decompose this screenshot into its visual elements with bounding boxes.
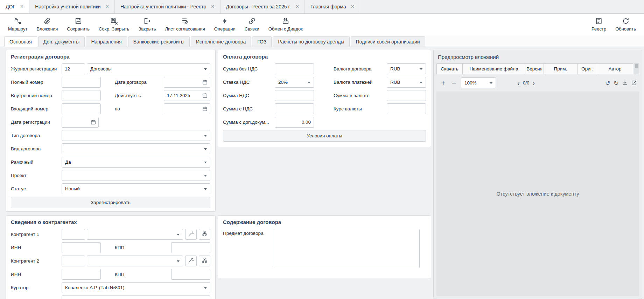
vat-rate-select[interactable]: 20% (275, 77, 314, 88)
journal-number-input[interactable] (62, 63, 85, 74)
close-icon[interactable]: × (296, 4, 299, 9)
curator-select[interactable]: Коваленко А.Р. (Таб.№801) (62, 282, 210, 293)
diadoc-exchange-button[interactable]: Обмен с Диадок (264, 14, 307, 35)
zoom-out-button[interactable]: − (450, 80, 458, 87)
counterparty2-kpp-input[interactable] (171, 269, 210, 280)
valid-from-input[interactable] (167, 93, 202, 98)
vat-sum-input[interactable] (275, 90, 314, 101)
column-original[interactable]: Ориг. (578, 63, 597, 74)
full-number-input[interactable] (62, 77, 101, 88)
project-select[interactable] (62, 170, 210, 181)
currency-rate-input[interactable] (387, 103, 426, 114)
attachments-button[interactable]: Вложения (32, 14, 62, 35)
register-button[interactable]: Зарегистрировать (11, 197, 210, 208)
calendar-icon[interactable] (202, 106, 208, 111)
open-external-icon[interactable] (631, 80, 637, 86)
window-tab-accounting-policy[interactable]: Настройка учетной политики × (29, 0, 115, 13)
tab-goz[interactable]: ГОЗ (252, 36, 272, 47)
close-icon[interactable]: × (106, 4, 109, 9)
tab-lease-calculations[interactable]: Расчеты по договору аренды (273, 36, 349, 47)
valid-to-input[interactable] (167, 106, 202, 111)
internal-number-input[interactable] (62, 90, 101, 101)
route-button[interactable]: Маршрут (4, 14, 32, 35)
calendar-icon[interactable] (202, 93, 208, 98)
counterparty2-inn-input[interactable] (62, 269, 101, 280)
tab-contract-execution[interactable]: Исполнение договора (191, 36, 251, 47)
column-note[interactable]: Прим. (544, 63, 578, 74)
save-button[interactable]: Сохранить (62, 14, 94, 35)
save-close-icon (110, 17, 118, 25)
frame-contract-select[interactable]: Да (62, 157, 210, 168)
scrollbar-thumb[interactable] (635, 64, 638, 68)
operations-button[interactable]: Операции (210, 14, 240, 35)
contract-subject-textarea[interactable] (274, 229, 420, 268)
tab-additional-documents[interactable]: Доп. документы (38, 36, 85, 47)
contract-kind-select[interactable] (62, 143, 210, 154)
next-page-button[interactable]: › (532, 80, 535, 87)
counterparty1-hierarchy-button[interactable] (199, 229, 210, 240)
contract-date-input[interactable] (167, 80, 202, 85)
rotate-right-icon[interactable]: ↻ (614, 80, 619, 86)
registry-button[interactable]: Реестр (587, 14, 611, 35)
refresh-button[interactable]: Обновить (611, 14, 640, 35)
counterparty2-hierarchy-button[interactable] (199, 256, 210, 266)
journal-select[interactable]: Договоры (87, 63, 210, 74)
window-tab-accounting-policy-registry[interactable]: Настройка учетной политики - Реестр × (115, 0, 220, 13)
registration-date-input[interactable] (65, 120, 91, 125)
tab-directions[interactable]: Направления (86, 36, 127, 47)
column-download[interactable]: Скачать (436, 63, 463, 74)
counterparty-extra-row (11, 295, 210, 299)
tab-bank-details[interactable]: Банковские реквизиты (128, 36, 190, 47)
zoom-in-button[interactable]: + (439, 80, 447, 87)
counterparty2-code-input[interactable] (62, 256, 85, 266)
contract-subject-label: Предмет договора (223, 229, 274, 236)
close-icon[interactable]: × (211, 4, 214, 9)
column-version[interactable]: Версия (525, 63, 544, 74)
frame-contract-value: Да (65, 159, 71, 165)
save-close-button[interactable]: Сохр. Закрыть (94, 14, 134, 35)
contract-type-select[interactable] (62, 130, 210, 141)
links-button[interactable]: Связки (240, 14, 264, 35)
calendar-icon[interactable] (202, 80, 208, 85)
counterparty-extra-select[interactable] (62, 295, 210, 299)
approval-sheet-button[interactable]: Лист согласования (161, 14, 210, 35)
counterparty1-inn-input[interactable] (62, 242, 101, 253)
vat-rate-label: Ставка НДС (223, 80, 275, 85)
zoom-level-select[interactable]: 100% (461, 77, 496, 88)
tab-main[interactable]: Основная (4, 36, 37, 47)
counterparty1-select[interactable] (87, 229, 183, 240)
sum-no-vat-input[interactable] (275, 63, 314, 74)
counterparty2-suggest-button[interactable] (185, 256, 197, 266)
rotate-left-icon[interactable]: ↺ (605, 80, 610, 86)
prev-page-button[interactable]: ‹ (517, 80, 520, 87)
counterparty1-suggest-button[interactable] (185, 229, 197, 240)
download-icon[interactable] (622, 80, 628, 86)
approval-sheet-icon (181, 17, 189, 25)
window-tab-dog[interactable]: ДОГ × (0, 0, 29, 13)
close-icon[interactable]: × (351, 4, 354, 9)
calendar-icon[interactable] (91, 120, 96, 125)
tab-organization-signatures[interactable]: Подписи своей организации (351, 36, 425, 47)
column-filename[interactable]: Наименование файла (463, 63, 525, 74)
status-select[interactable]: Новый (62, 183, 210, 194)
contract-date-field (164, 77, 210, 88)
contract-currency-select[interactable]: RUB (387, 63, 426, 74)
payment-terms-button[interactable]: Условия оплаты (223, 130, 426, 142)
incoming-number-input[interactable] (62, 103, 101, 114)
counterparty1-kpp-input[interactable] (171, 242, 210, 253)
pay-currency-select[interactable]: RUB (387, 77, 426, 88)
close-icon[interactable]: × (20, 4, 23, 9)
sum-in-currency-input[interactable] (387, 90, 426, 101)
sum-with-vat-input[interactable] (275, 103, 314, 114)
chevron-down-icon (204, 162, 207, 163)
window-tab-contracts-registry[interactable]: Договоры - Реестр за 2025 г. × (220, 0, 305, 13)
counterparty2-select[interactable] (87, 256, 183, 266)
sum-add-doc-input[interactable] (275, 117, 314, 128)
journal-select-value: Договоры (90, 66, 112, 72)
column-author[interactable]: Автор (597, 63, 633, 74)
valid-from-field (164, 90, 210, 101)
counterparty1-code-input[interactable] (62, 229, 85, 240)
scrollbar[interactable] (635, 63, 639, 74)
close-button[interactable]: Закрыть (134, 14, 160, 35)
window-tab-main-form[interactable]: Главная форма × (305, 0, 360, 13)
